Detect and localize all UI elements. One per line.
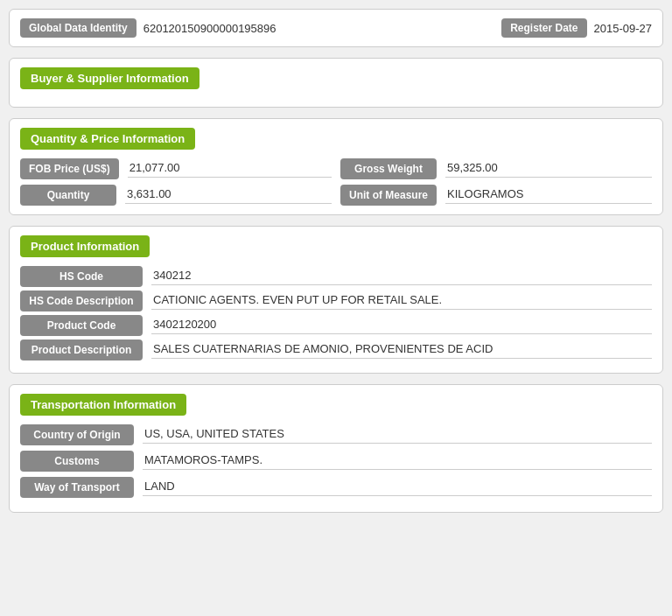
hs-code-value: 340212 [151, 269, 652, 285]
fob-value: 21,077.00 [128, 161, 332, 178]
uom-value: KILOGRAMOS [445, 187, 652, 204]
customs-value: MATAMOROS-TAMPS. [143, 453, 652, 470]
buyer-supplier-card: Buyer & Supplier Information [9, 58, 663, 108]
prod-desc-label: Product Description [20, 340, 143, 360]
hs-desc-label: HS Code Description [20, 290, 143, 312]
hs-code-label: HS Code [20, 266, 143, 287]
register-label: Register Date [501, 18, 586, 38]
buyer-supplier-header: Buyer & Supplier Information [20, 67, 200, 89]
gdi-value: 620120150900000195896 [144, 22, 276, 35]
quantity-price-header: Quantity & Price Information [20, 128, 195, 150]
register-group: Register Date 2015-09-27 [501, 18, 652, 38]
gdi-group: Global Data Identity 6201201509000001958… [20, 18, 276, 38]
prod-desc-value: SALES CUATERNARIAS DE AMONIO, PROVENIENT… [151, 342, 652, 359]
register-value: 2015-09-27 [594, 22, 653, 35]
transport-label: Way of Transport [20, 477, 134, 498]
transport-value: LAND [143, 480, 652, 496]
quantity-row: Quantity 3,631.00 [20, 185, 332, 206]
origin-row: Country of Origin US, USA, UNITED STATES [20, 424, 652, 445]
hs-code-row: HS Code 340212 [20, 266, 652, 287]
customs-row: Customs MATAMOROS-TAMPS. [20, 451, 652, 472]
uom-label: Unit of Measure [340, 185, 437, 206]
hs-desc-value: CATIONIC AGENTS. EVEN PUT UP FOR RETAIL … [151, 293, 652, 310]
transportation-header: Transportation Information [20, 394, 186, 416]
uom-row: Unit of Measure KILOGRAMOS [340, 185, 652, 206]
product-card: Product Information HS Code 340212 HS Co… [9, 226, 663, 374]
quantity-price-grid: FOB Price (US$) 21,077.00 Gross Weight 5… [20, 158, 652, 206]
prod-code-label: Product Code [20, 315, 143, 336]
transport-row: Way of Transport LAND [20, 477, 652, 498]
prod-desc-row: Product Description SALES CUATERNARIAS D… [20, 340, 652, 360]
hs-desc-row: HS Code Description CATIONIC AGENTS. EVE… [20, 290, 652, 312]
gross-weight-value: 59,325.00 [445, 161, 652, 178]
quantity-price-card: Quantity & Price Information FOB Price (… [9, 118, 663, 215]
prod-code-value: 3402120200 [151, 318, 652, 334]
fob-label: FOB Price (US$) [20, 158, 119, 179]
quantity-label: Quantity [20, 185, 116, 206]
customs-label: Customs [20, 451, 134, 472]
gross-weight-row: Gross Weight 59,325.00 [340, 158, 652, 179]
top-identity-card: Global Data Identity 6201201509000001958… [9, 9, 663, 47]
gdi-label: Global Data Identity [20, 18, 136, 38]
origin-value: US, USA, UNITED STATES [143, 427, 652, 444]
origin-label: Country of Origin [20, 424, 134, 445]
gross-weight-label: Gross Weight [340, 158, 437, 179]
product-header: Product Information [20, 235, 150, 257]
transportation-card: Transportation Information Country of Or… [9, 384, 663, 513]
fob-row: FOB Price (US$) 21,077.00 [20, 158, 332, 179]
prod-code-row: Product Code 3402120200 [20, 315, 652, 336]
quantity-value: 3,631.00 [125, 187, 332, 204]
